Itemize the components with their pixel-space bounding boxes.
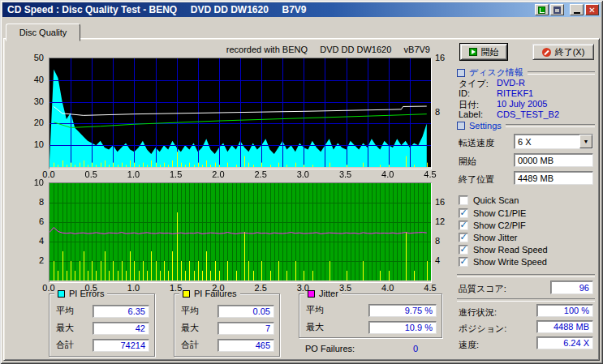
pi-errors-group: PI Errors 平均 6.35 最大 42 合計 74214 bbox=[49, 293, 155, 357]
checkbox-show-c1-pie[interactable]: ✓ Show C1/PIE bbox=[459, 208, 526, 218]
stat-label: 合計 bbox=[56, 339, 74, 351]
start-button[interactable]: 開始 bbox=[460, 44, 507, 60]
po-failures-label: PO Failures: bbox=[305, 344, 355, 353]
x-axis-tick: 1.0 bbox=[122, 283, 144, 293]
stat-label: 平均 bbox=[181, 305, 199, 317]
stat-value: 10.9 % bbox=[368, 321, 437, 334]
disk-icon-button[interactable] bbox=[550, 4, 564, 15]
chevron-down-icon[interactable]: ▼ bbox=[579, 135, 592, 148]
quality-score-box: 96 bbox=[550, 280, 593, 294]
checkbox-show-write-speed[interactable]: ✓ Show Write Speed bbox=[459, 257, 547, 267]
settings-title: Settings bbox=[469, 121, 502, 131]
speed-select[interactable]: 6 X ▼ bbox=[514, 134, 593, 149]
stat-row: 合計 465 bbox=[181, 338, 274, 352]
x-axis-tick: 4.0 bbox=[377, 169, 399, 179]
x-axis-tick: 0.0 bbox=[37, 283, 60, 293]
disc-info-icon bbox=[457, 69, 465, 77]
y-axis-tick: 40 bbox=[16, 75, 44, 84]
progress-label: 進行状況: bbox=[459, 306, 497, 319]
chart-icon-button[interactable] bbox=[535, 4, 549, 15]
checkbox-show-c2-pif[interactable]: ✓ Show C2/PIF bbox=[459, 221, 526, 230]
y-axis-tick: 4 bbox=[16, 236, 44, 246]
scan-speed-box: 6.24 X bbox=[536, 336, 593, 349]
y-axis-tick: 10 bbox=[16, 178, 44, 187]
position-box: 4488 MB bbox=[536, 320, 593, 333]
x-axis-tick: 3.5 bbox=[334, 283, 357, 293]
x-axis-tick: 3.0 bbox=[291, 283, 314, 293]
y-axis-tick: 10 bbox=[16, 139, 44, 149]
checkbox-label: Quick Scan bbox=[473, 195, 519, 205]
quality-score-value: 96 bbox=[579, 283, 589, 293]
start-icon bbox=[469, 48, 477, 56]
jitter-group: Jitter 平均 9.75 % 最大 10.9 % bbox=[299, 293, 442, 338]
start-position-field[interactable]: 0000 MB bbox=[514, 153, 593, 167]
checkbox-show-read-speed[interactable]: ✓ Show Read Speed bbox=[459, 245, 548, 255]
quality-score-label: 品質スコア: bbox=[459, 283, 506, 295]
disc-label-label: Label: bbox=[459, 109, 483, 119]
close-icon: ✕ bbox=[588, 6, 595, 15]
separator-line bbox=[506, 124, 595, 127]
end-position-value: 4489 MB bbox=[518, 173, 553, 183]
y2-axis-tick: 16 bbox=[435, 197, 456, 207]
disc-id-label: ID: bbox=[459, 88, 470, 98]
x-axis-tick: 4.5 bbox=[419, 169, 441, 179]
settings-section-header: Settings bbox=[457, 121, 595, 131]
checkbox-show-jitter[interactable]: ✓ Show Jitter bbox=[459, 233, 517, 242]
stat-value: 74214 bbox=[93, 339, 149, 352]
disc-info-title: ディスク情報 bbox=[469, 66, 523, 79]
app-window: CD Speed : Disc Quality Test - BENQ DVD … bbox=[0, 0, 603, 364]
y2-axis-tick: 4 bbox=[435, 255, 456, 265]
pif-jitter-canvas bbox=[50, 183, 431, 280]
titlebar-buttons: ✕ bbox=[535, 4, 599, 15]
title-bar[interactable]: CD Speed : Disc Quality Test - BENQ DVD … bbox=[2, 2, 601, 17]
position-label: ポジション: bbox=[459, 323, 506, 335]
x-axis-tick: 2.0 bbox=[207, 283, 230, 293]
checkbox-box: ✓ bbox=[459, 208, 468, 218]
disc-label-value: CDS_TEST_B2 bbox=[497, 109, 559, 119]
y2-axis-tick: 16 bbox=[435, 53, 456, 62]
pi-errors-canvas bbox=[50, 58, 431, 167]
tab-label: Disc Quality bbox=[19, 28, 67, 37]
x-axis-tick: 4.5 bbox=[419, 283, 441, 293]
stat-value: 6.35 bbox=[93, 305, 149, 318]
separator-line bbox=[528, 71, 595, 75]
stat-label: 平均 bbox=[306, 304, 324, 316]
stat-row: 最大 7 bbox=[181, 321, 274, 335]
checkbox-label: Show Write Speed bbox=[473, 257, 547, 267]
scan-speed-value: 6.24 X bbox=[563, 338, 589, 348]
stat-row: 平均 9.75 % bbox=[306, 303, 437, 317]
x-axis-tick: 1.5 bbox=[165, 169, 187, 179]
y-axis-tick: 20 bbox=[16, 118, 44, 127]
position-value: 4488 MB bbox=[553, 322, 589, 332]
end-position-field[interactable]: 4489 MB bbox=[514, 171, 593, 185]
stat-value: 0.05 bbox=[218, 305, 274, 318]
minimize-button[interactable] bbox=[570, 4, 584, 15]
disc-info-section-header: ディスク情報 bbox=[457, 66, 595, 79]
close-button[interactable]: ✕ bbox=[585, 4, 599, 15]
stat-label: 最大 bbox=[56, 322, 74, 334]
stat-value: 7 bbox=[218, 322, 274, 335]
y-axis-tick: 50 bbox=[16, 53, 44, 62]
chart-icon bbox=[538, 6, 545, 14]
y2-axis-tick: 12 bbox=[435, 216, 456, 226]
start-position-label: 開始 bbox=[459, 156, 476, 168]
y-axis-tick: 2 bbox=[16, 255, 44, 265]
stat-label: 平均 bbox=[56, 305, 74, 317]
speed-select-value: 6 X bbox=[515, 137, 579, 147]
stat-row: 合計 74214 bbox=[56, 338, 149, 352]
disc-id-value: RITEKF1 bbox=[497, 88, 533, 98]
stat-label: 最大 bbox=[181, 322, 199, 334]
progress-box: 100 % bbox=[536, 304, 593, 317]
progress-value: 100 % bbox=[564, 306, 589, 315]
scan-speed-label: 速度: bbox=[459, 339, 479, 351]
checkbox-box: ✓ bbox=[459, 257, 468, 267]
exit-button[interactable]: 終了(X) bbox=[532, 44, 594, 60]
checkbox-quick-scan[interactable]: ✓ Quick Scan bbox=[459, 195, 519, 205]
pif-jitter-chart bbox=[49, 182, 432, 283]
y-axis-tick: 6 bbox=[16, 216, 44, 226]
po-failures-value: 0 bbox=[381, 344, 418, 353]
start-button-label: 開始 bbox=[481, 46, 499, 58]
tab-disc-quality[interactable]: Disc Quality bbox=[6, 24, 80, 41]
disk-icon bbox=[553, 6, 561, 14]
x-axis-tick: 0.5 bbox=[80, 283, 102, 293]
